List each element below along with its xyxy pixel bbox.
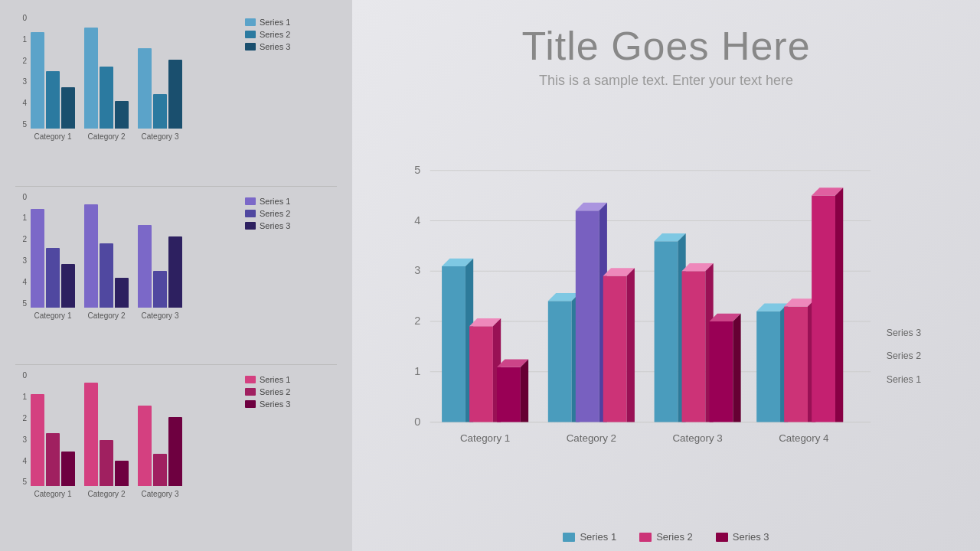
- svg-text:Category 2: Category 2: [567, 432, 616, 444]
- legend-2: Series 1 Series 2 Series 3: [245, 193, 290, 230]
- cat2-s1: [548, 293, 580, 422]
- x-label: Category 1: [31, 132, 75, 141]
- x-labels-1: Category 1 Category 2 Category 3: [31, 132, 237, 141]
- svg-text:0: 0: [414, 416, 420, 428]
- bars-area-1: [31, 14, 237, 129]
- bar: [115, 101, 129, 129]
- cat3-s2: [682, 263, 714, 422]
- bar: [138, 406, 152, 486]
- bar: [100, 440, 113, 486]
- small-chart-2: 5 4 3 2 1 0: [15, 193, 237, 323]
- legend-color: [245, 43, 256, 51]
- bottom-legend-item-1: Series 1: [563, 531, 616, 543]
- bar: [46, 248, 60, 308]
- svg-text:Series 2: Series 2: [887, 350, 921, 361]
- svg-marker-42: [756, 311, 780, 422]
- cat-group-3-3: [138, 406, 182, 486]
- bar: [61, 264, 75, 308]
- legend-label-s3: Series 3: [733, 531, 769, 543]
- legend-item: Series 3: [245, 399, 290, 409]
- bar: [168, 60, 182, 129]
- bar: [153, 271, 167, 308]
- bottom-legend-item-3: Series 3: [716, 531, 769, 543]
- svg-marker-32: [655, 241, 678, 422]
- svg-text:2: 2: [414, 315, 420, 327]
- svg-marker-48: [812, 196, 835, 422]
- legend-item: Series 1: [245, 18, 290, 27]
- cat1-s2: [469, 318, 501, 422]
- cat3-s3: [710, 314, 741, 422]
- chart-3d-wrapper: 0 1 2 3 4 5: [383, 104, 949, 536]
- svg-marker-35: [682, 271, 706, 422]
- svg-text:1: 1: [414, 365, 420, 377]
- legend-color: [245, 376, 256, 383]
- bottom-legend-item-2: Series 2: [639, 531, 693, 543]
- svg-text:Category 1: Category 1: [460, 432, 510, 444]
- small-chart-1: 5 4 3 2 1 0: [15, 14, 237, 144]
- svg-marker-38: [710, 321, 733, 422]
- legend-label: Series 2: [260, 387, 290, 396]
- svg-text:Series 3: Series 3: [887, 328, 921, 338]
- bars-area-3: [31, 371, 237, 486]
- legend-color: [245, 222, 256, 230]
- legend-color: [245, 388, 256, 396]
- bar: [46, 71, 60, 129]
- svg-marker-45: [784, 307, 808, 422]
- legend-color: [245, 31, 256, 38]
- x-label: Category 2: [84, 132, 129, 141]
- bar: [84, 28, 98, 129]
- cat2-s3: [603, 268, 635, 422]
- legend-color-s3: [716, 533, 728, 542]
- bar: [31, 394, 44, 486]
- bar: [100, 243, 113, 308]
- cat1-s3: [497, 359, 528, 422]
- svg-text:4: 4: [414, 214, 420, 227]
- legend-label: Series 1: [260, 197, 290, 206]
- legend-item: Series 2: [245, 30, 290, 39]
- cat3-s1: [655, 233, 686, 422]
- svg-marker-30: [627, 268, 635, 422]
- legend-item: Series 1: [245, 197, 290, 206]
- bar: [31, 32, 44, 129]
- bar: [168, 417, 182, 486]
- x-label: Category 3: [138, 311, 182, 320]
- x-labels-2: Category 1 Category 2 Category 3: [31, 311, 237, 320]
- legend-color: [245, 18, 256, 26]
- bar: [115, 278, 129, 308]
- legend-color: [245, 210, 256, 217]
- bar: [61, 87, 75, 129]
- legend-color: [245, 400, 256, 408]
- title-section: Title Goes Here This is a sample text. E…: [383, 23, 949, 89]
- y-axis-3: 5 4 3 2 1 0: [15, 371, 27, 486]
- svg-text:5: 5: [414, 164, 420, 176]
- legend-label: Series 1: [260, 18, 290, 27]
- svg-marker-28: [603, 276, 627, 422]
- bar: [153, 94, 167, 129]
- svg-marker-50: [835, 187, 843, 422]
- legend-1: Series 1 Series 2 Series 3: [245, 14, 290, 51]
- legend-item: Series 2: [245, 387, 290, 396]
- cat-group-3-1: [31, 394, 75, 486]
- bar: [168, 236, 182, 308]
- legend-label: Series 2: [260, 209, 290, 218]
- cat-group-2-2: [84, 204, 129, 308]
- svg-marker-25: [576, 210, 599, 422]
- cat1-s1: [442, 259, 473, 422]
- y-axis-2: 5 4 3 2 1 0: [15, 193, 27, 308]
- legend-label: Series 3: [260, 42, 290, 51]
- cat-group-1-1: [31, 32, 75, 129]
- cat-group-2-1: [31, 209, 75, 308]
- y-axis-1: 5 4 3 2 1 0: [15, 14, 27, 129]
- cat4-s2: [784, 298, 815, 422]
- x-label: Category 2: [84, 311, 129, 320]
- legend-label: Series 1: [260, 375, 290, 384]
- chart-section-1: 5 4 3 2 1 0: [15, 8, 337, 187]
- legend-color: [245, 197, 256, 205]
- bar: [153, 454, 167, 486]
- left-panel: 5 4 3 2 1 0: [0, 0, 352, 551]
- cat4-s1: [756, 303, 788, 422]
- cat-group-3-2: [84, 383, 129, 486]
- bar: [100, 67, 113, 129]
- legend-item: Series 3: [245, 221, 290, 230]
- legend-label-s2: Series 2: [656, 531, 693, 543]
